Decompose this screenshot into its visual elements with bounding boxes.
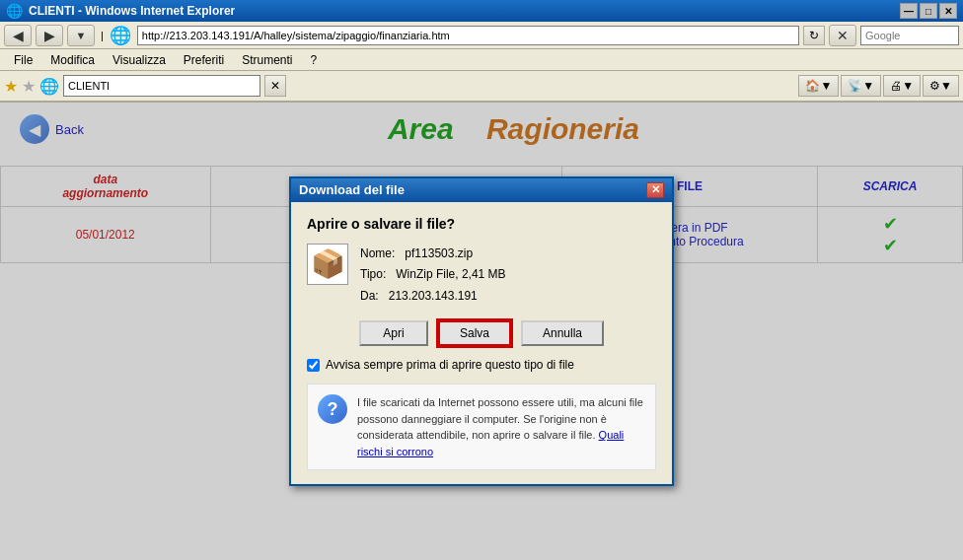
menu-preferiti[interactable]: Preferiti bbox=[176, 51, 232, 69]
file-icon: 📦 bbox=[307, 244, 348, 285]
maximize-button[interactable]: □ bbox=[920, 3, 937, 19]
dropdown-button[interactable]: ▼ bbox=[67, 25, 95, 46]
dialog-buttons: Apri Salva Annulla bbox=[307, 320, 656, 346]
tools-button[interactable]: ⚙▼ bbox=[923, 75, 959, 97]
file-from-row: Da: 213.203.143.191 bbox=[360, 286, 506, 308]
file-type-label: Tipo: bbox=[360, 267, 386, 281]
browser-icon: 🌐 bbox=[6, 3, 23, 19]
file-name-value: pf113503.zip bbox=[405, 246, 473, 260]
file-info: 📦 Nome: pf113503.zip Tipo: WinZip File, … bbox=[307, 244, 656, 308]
file-name-row: Nome: pf113503.zip bbox=[360, 244, 506, 265]
dialog-question: Aprire o salvare il file? bbox=[307, 216, 656, 232]
menu-visualizza[interactable]: Visualizza bbox=[105, 51, 174, 69]
stop-button[interactable]: ✕ bbox=[829, 25, 856, 46]
title-bar: 🌐 CLIENTI - Windows Internet Explorer — … bbox=[0, 0, 963, 22]
warning-icon: ? bbox=[318, 394, 347, 424]
address-input[interactable] bbox=[137, 26, 799, 45]
file-type-value: WinZip File, 2,41 MB bbox=[396, 267, 505, 281]
print-button[interactable]: 🖨▼ bbox=[883, 75, 921, 97]
warning-section: ? I file scaricati da Internet possono e… bbox=[307, 384, 656, 470]
always-ask-checkbox[interactable] bbox=[307, 359, 320, 372]
file-from-label: Da: bbox=[360, 289, 379, 303]
window-title: CLIENTI - Windows Internet Explorer bbox=[29, 4, 900, 18]
address-label: | bbox=[101, 30, 104, 41]
minimize-button[interactable]: — bbox=[900, 3, 918, 19]
home-button[interactable]: 🏠▼ bbox=[798, 75, 839, 97]
dialog-body: Aprire o salvare il file? 📦 Nome: pf1135… bbox=[291, 202, 672, 485]
dialog-close-button[interactable]: ✕ bbox=[646, 182, 664, 198]
modal-overlay: Download del file ✕ Aprire o salvare il … bbox=[0, 103, 963, 560]
file-name-label: Nome: bbox=[360, 246, 395, 260]
ie-tab-icon: 🌐 bbox=[39, 77, 59, 96]
address-bar: ◀ ▶ ▼ | 🌐 ↻ ✕ bbox=[0, 22, 963, 49]
checkbox-row: Avvisa sempre prima di aprire questo tip… bbox=[307, 358, 656, 372]
question-mark: ? bbox=[328, 399, 338, 420]
close-button[interactable]: ✕ bbox=[939, 3, 957, 19]
download-dialog: Download del file ✕ Aprire o salvare il … bbox=[289, 176, 674, 487]
cancel-button[interactable]: Annulla bbox=[521, 320, 604, 346]
warning-text: I file scaricati da Internet possono ess… bbox=[357, 394, 645, 459]
window-controls: — □ ✕ bbox=[900, 3, 957, 19]
save-button[interactable]: Salva bbox=[438, 320, 511, 346]
tab-input[interactable] bbox=[63, 75, 260, 97]
checkbox-label: Avvisa sempre prima di aprire questo tip… bbox=[326, 358, 574, 372]
refresh-button[interactable]: ↻ bbox=[803, 26, 825, 45]
file-details: Nome: pf113503.zip Tipo: WinZip File, 2,… bbox=[360, 244, 506, 308]
search-input[interactable] bbox=[860, 26, 959, 45]
add-favorites-icon[interactable]: ★ bbox=[22, 77, 36, 96]
dialog-title: Download del file bbox=[299, 182, 405, 197]
toolbar-right: 🏠▼ 📡▼ 🖨▼ ⚙▼ bbox=[798, 75, 959, 97]
toolbar: ★ ★ 🌐 ✕ 🏠▼ 📡▼ 🖨▼ ⚙▼ bbox=[0, 71, 963, 103]
ie-icon: 🌐 bbox=[110, 25, 131, 46]
menu-strumenti[interactable]: Strumenti bbox=[234, 51, 300, 69]
menu-modifica[interactable]: Modifica bbox=[42, 51, 103, 69]
dialog-title-bar: Download del file ✕ bbox=[291, 178, 672, 202]
menu-bar: File Modifica Visualizza Preferiti Strum… bbox=[0, 49, 963, 71]
file-type-row: Tipo: WinZip File, 2,41 MB bbox=[360, 264, 506, 286]
menu-help[interactable]: ? bbox=[303, 51, 326, 69]
tab-close-button[interactable]: ✕ bbox=[264, 75, 286, 97]
menu-file[interactable]: File bbox=[6, 51, 40, 69]
favorites-star-icon[interactable]: ★ bbox=[4, 77, 18, 96]
feeds-button[interactable]: 📡▼ bbox=[841, 75, 881, 97]
page-content: ◀ Back Area Ragioneria dataaggiornamento… bbox=[0, 103, 963, 560]
file-from-value: 213.203.143.191 bbox=[389, 289, 478, 303]
back-nav-button[interactable]: ◀ bbox=[4, 25, 32, 46]
forward-nav-button[interactable]: ▶ bbox=[36, 25, 63, 46]
open-button[interactable]: Apri bbox=[359, 320, 428, 346]
